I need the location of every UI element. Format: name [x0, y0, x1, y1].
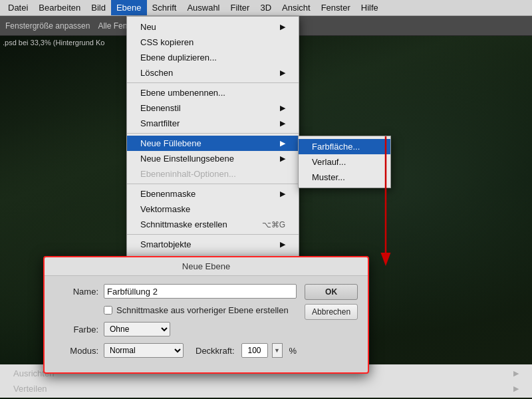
farbe-label: Farbe: — [55, 325, 98, 334]
menubar-item-ansicht[interactable]: Ansicht — [277, 0, 316, 15]
submenu-arrow-icon: ▶ — [280, 68, 285, 77]
separator-2 — [127, 133, 299, 134]
menu-item-neue-einstellungsebene[interactable]: Neue Einstellungsebene ▶ — [127, 151, 299, 166]
dialog-name-row: Name: — [55, 284, 297, 299]
deckkraft-input[interactable] — [241, 343, 268, 358]
menu-item-neue-fuellebene[interactable]: Neue Füllebene ▶ Farbfläche... Verlauf..… — [127, 136, 299, 151]
submenu-arrow-icon: ▶ — [280, 190, 285, 198]
modus-label: Modus: — [55, 346, 98, 356]
menu-item-verteilen: Verteilen ▶ — [0, 381, 532, 396]
submenu-arrow-icon: ▶ — [280, 154, 285, 163]
checkbox-row: Schnittmaske aus vorheriger Ebene erstel… — [104, 305, 297, 315]
canvas-label: .psd bei 33,3% (Hintergrund Ko — [3, 39, 104, 47]
schnittmaske-checkbox[interactable] — [104, 306, 112, 315]
menu-item-css-kopieren[interactable]: CSS kopieren — [127, 35, 299, 50]
submenu-arrow-icon: ▶ — [513, 369, 519, 378]
ok-button[interactable]: OK — [305, 284, 358, 300]
dialog-title: Neue Ebene — [45, 257, 368, 276]
submenu-arrow-icon: ▶ — [513, 384, 519, 393]
neue-ebene-dialog: Neue Ebene Name: Schnittmaske aus vorher… — [43, 256, 369, 374]
menubar-item-auswahl[interactable]: Auswahl — [182, 0, 225, 15]
deckkraft-spinner[interactable]: ▼ — [272, 343, 283, 358]
submenu-arrow-icon: ▶ — [280, 23, 285, 31]
menu-item-smartobjekte[interactable]: Smartobjekte ▶ — [127, 237, 299, 252]
percent-label: % — [289, 346, 297, 356]
separator-3 — [127, 184, 299, 184]
menu-item-ebene-umbenennen[interactable]: Ebene umbenennen... — [127, 85, 299, 100]
menubar-item-fenster[interactable]: Fenster — [316, 0, 356, 15]
modus-select[interactable]: Normal — [104, 343, 184, 358]
submenu-arrow-icon: ▶ — [280, 240, 285, 249]
submenu-arrow-icon: ▶ — [280, 104, 285, 112]
shortcut-text: ⌥⌘G — [262, 220, 285, 229]
farbe-select[interactable]: Ohne — [104, 322, 170, 336]
menubar: Datei Bearbeiten Bild Ebene Schrift Ausw… — [0, 0, 532, 16]
menubar-item-filter[interactable]: Filter — [225, 0, 255, 15]
submenu-arrow-icon: ▶ — [280, 139, 285, 148]
checkbox-label: Schnittmaske aus vorheriger Ebene erstel… — [116, 305, 289, 315]
menubar-item-datei[interactable]: Datei — [3, 0, 33, 15]
menu-item-schnittmaske[interactable]: Schnittmaske erstellen ⌥⌘G — [127, 217, 299, 232]
menu-item-loeschen[interactable]: Löschen ▶ — [127, 65, 299, 80]
separator-1 — [127, 82, 299, 83]
menu-item-ebene-duplizieren[interactable]: Ebene duplizieren... — [127, 50, 299, 65]
menu-item-ebeneninhalt-optionen: Ebeneninhalt-Optionen... — [127, 166, 299, 182]
dialog-main: Name: Schnittmaske aus vorheriger Ebene … — [55, 284, 357, 364]
menubar-item-bild[interactable]: Bild — [86, 0, 111, 15]
menu-item-smartfilter[interactable]: Smartfilter ▶ — [127, 116, 299, 131]
menubar-item-ebene[interactable]: Ebene — [111, 0, 147, 15]
menubar-item-hilfe[interactable]: Hilfe — [356, 0, 384, 15]
submenu-arrow-icon: ▶ — [280, 119, 285, 128]
submenu-item-muster[interactable]: Muster... — [299, 170, 390, 185]
menubar-item-bearbeiten[interactable]: Bearbeiten — [33, 0, 86, 15]
menu-item-ebenenmaske[interactable]: Ebenenmaske ▶ — [127, 186, 299, 201]
submenu-item-verlauf[interactable]: Verlauf... — [299, 154, 390, 170]
submenu-item-farbflaeche[interactable]: Farbfläche... — [299, 139, 390, 154]
menu-item-neu[interactable]: Neu ▶ — [127, 19, 299, 35]
cancel-button[interactable]: Abbrechen — [305, 304, 358, 320]
mode-opacity-row: Normal Deckkraft: ▼ % — [104, 343, 297, 358]
dialog-fields: Name: Schnittmaske aus vorheriger Ebene … — [55, 284, 297, 364]
fuellebene-submenu: Farbfläche... Verlauf... Muster... — [298, 136, 391, 188]
dialog-actions: OK Abbrechen — [297, 284, 358, 364]
toolbar-fit-text: Fenstergröße anpassen — [5, 21, 90, 31]
dialog-modus-row: Modus: Normal Deckkraft: ▼ % — [55, 343, 297, 358]
menu-item-vektormaske[interactable]: Vektormaske — [127, 201, 299, 217]
menubar-item-schrift[interactable]: Schrift — [147, 0, 182, 15]
dialog-body: Name: Schnittmaske aus vorheriger Ebene … — [45, 276, 368, 372]
name-input[interactable] — [104, 284, 297, 299]
name-label: Name: — [55, 287, 98, 297]
menu-item-ebenenstil[interactable]: Ebenenstil ▶ — [127, 100, 299, 116]
separator-4 — [127, 234, 299, 235]
ebene-dropdown-menu: Neu ▶ CSS kopieren Ebene duplizieren... … — [126, 16, 299, 286]
deckkraft-label: Deckkraft: — [196, 346, 235, 356]
dialog-farbe-row: Farbe: Ohne — [55, 322, 297, 336]
menubar-item-3d[interactable]: 3D — [255, 0, 277, 15]
